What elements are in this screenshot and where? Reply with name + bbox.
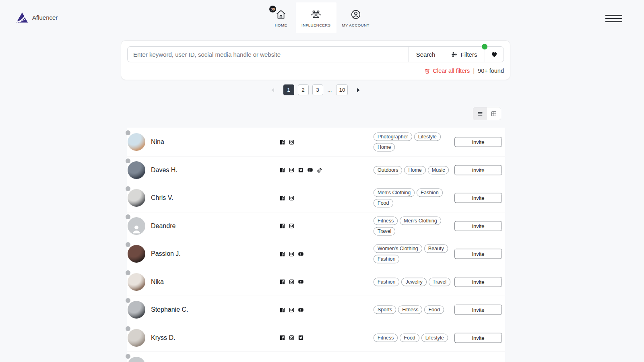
notification-badge: 38 (269, 6, 276, 12)
status-dot (126, 130, 130, 135)
avatar-placeholder-image (128, 357, 145, 362)
status-dot (126, 354, 130, 359)
invite-button[interactable]: Invite (454, 221, 502, 231)
instagram-icon[interactable] (289, 195, 295, 201)
app-logo[interactable]: Afluencer (16, 12, 58, 23)
nav-item-my-account[interactable]: MY ACCOUNT (336, 2, 375, 33)
facebook-icon[interactable] (279, 279, 285, 285)
influencer-name[interactable]: Nika (151, 278, 164, 286)
page-button-3[interactable]: 3 (312, 84, 323, 95)
instagram-icon[interactable] (289, 223, 295, 229)
page-button-2[interactable]: 2 (298, 84, 309, 95)
avatar-photo (128, 133, 145, 151)
trash-icon (424, 68, 430, 74)
nav-label-influencers: INFLUENCERS (301, 23, 331, 27)
search-card: Search Filters Clear all filters (121, 40, 510, 80)
facebook-icon[interactable] (279, 167, 285, 173)
invite-button[interactable]: Invite (454, 277, 502, 287)
instagram-icon[interactable] (289, 307, 295, 313)
brand-name: Afluencer (32, 14, 58, 21)
influencer-name[interactable]: Passion J. (151, 250, 181, 257)
youtube-icon[interactable] (307, 167, 313, 173)
influencer-name[interactable]: Nina (151, 138, 164, 146)
nav-item-influencers[interactable]: INFLUENCERS (296, 2, 336, 33)
tiktok-icon[interactable] (316, 167, 322, 173)
influencer-name[interactable]: Chris V. (151, 194, 173, 202)
clear-all-filters-button[interactable]: Clear all filters (424, 68, 470, 74)
avatar[interactable] (128, 329, 145, 347)
influencer-name[interactable]: Kryss D. (151, 334, 175, 341)
avatar-photo (128, 161, 145, 179)
category-tag: Music (428, 166, 449, 174)
instagram-icon[interactable] (289, 335, 295, 341)
influencer-name[interactable]: Deandre (151, 222, 175, 230)
youtube-icon[interactable] (298, 307, 304, 313)
invite-button[interactable]: Invite (454, 137, 502, 147)
twitter-icon[interactable] (298, 335, 304, 341)
category-tag: Fashion (374, 255, 399, 263)
list-view-icon (477, 111, 483, 117)
instagram-icon[interactable] (289, 279, 295, 285)
search-input[interactable] (128, 47, 409, 62)
favorites-button[interactable] (485, 47, 504, 62)
avatar-placeholder-image (128, 217, 145, 235)
page-button-1[interactable]: 1 (283, 84, 294, 95)
category-tag: Food (400, 333, 419, 342)
facebook-icon[interactable] (279, 335, 285, 341)
avatar[interactable] (128, 301, 145, 319)
instagram-icon[interactable] (289, 251, 295, 257)
main-nav: 38 HOME INFLUENCERS MY ACCOUNT (266, 2, 375, 33)
category-tags: Men's ClothingFashionFood (374, 189, 461, 208)
grid-view-button[interactable] (487, 107, 501, 120)
filters-label: Filters (461, 51, 477, 58)
facebook-icon[interactable] (279, 251, 285, 257)
category-tag: Men's Clothing (374, 189, 415, 197)
invite-button[interactable]: Invite (454, 193, 502, 203)
influencer-row: Stephanie C. SportsFitnessFood Invite (127, 296, 505, 324)
avatar[interactable] (128, 357, 145, 362)
page-button-10[interactable]: 10 (336, 84, 348, 95)
facebook-icon[interactable] (279, 223, 285, 229)
next-page-icon[interactable] (355, 86, 361, 94)
category-tag: Fashion (417, 189, 442, 197)
list-view-button[interactable] (473, 107, 487, 120)
twitter-icon[interactable] (298, 167, 304, 173)
results-count: 90+ found (478, 68, 504, 74)
filters-button[interactable]: Filters (443, 47, 485, 62)
facebook-icon[interactable] (279, 139, 285, 145)
avatar[interactable] (128, 133, 145, 151)
avatar[interactable] (128, 245, 145, 263)
avatar-photo (128, 245, 145, 263)
influencer-name[interactable]: Daves H. (151, 167, 178, 174)
avatar[interactable] (128, 273, 145, 291)
sliders-icon (451, 51, 458, 58)
influencer-name[interactable]: Stephanie C. (151, 306, 188, 313)
facebook-icon[interactable] (279, 307, 285, 313)
status-dot (126, 326, 130, 331)
instagram-icon[interactable] (289, 167, 295, 173)
youtube-icon[interactable] (298, 279, 304, 285)
afluencer-logo-icon (16, 12, 28, 23)
status-dot (126, 242, 130, 247)
invite-button[interactable]: Invite (454, 305, 502, 315)
search-button[interactable]: Search (409, 47, 443, 62)
status-dot (126, 158, 130, 163)
avatar[interactable] (128, 217, 145, 235)
avatar-photo (128, 301, 145, 319)
category-tag: Home (374, 143, 395, 152)
invite-button[interactable]: Invite (454, 165, 502, 175)
nav-item-home[interactable]: 38 HOME (266, 2, 296, 33)
instagram-icon[interactable] (289, 139, 295, 145)
influencer-row: Daves H. OutdoorsHomeMusic Invite (127, 156, 505, 185)
invite-button[interactable]: Invite (454, 249, 502, 259)
facebook-icon[interactable] (279, 195, 285, 201)
prev-page-icon[interactable] (270, 86, 277, 94)
avatar[interactable] (128, 161, 145, 179)
category-tag: Travel (374, 227, 395, 235)
category-tags: SportsFitnessFood (374, 306, 461, 314)
invite-button[interactable]: Invite (454, 333, 502, 343)
hamburger-menu-icon[interactable] (605, 15, 622, 22)
avatar[interactable] (128, 189, 145, 207)
avatar-photo (128, 329, 145, 347)
youtube-icon[interactable] (298, 251, 304, 257)
